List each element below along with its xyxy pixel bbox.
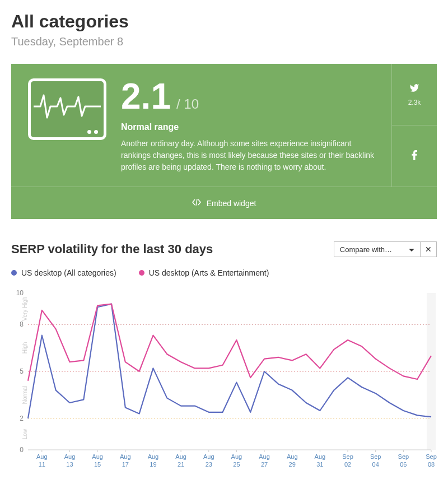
svg-text:08: 08 (428, 461, 435, 468)
sensor-score: 2.1 (121, 78, 171, 114)
compare-close-button[interactable]: ✕ (421, 242, 436, 257)
svg-text:11: 11 (39, 461, 45, 468)
page-date: Tuesday, September 8 (11, 35, 437, 48)
svg-text:Aug: Aug (259, 453, 270, 460)
svg-text:Sep: Sep (370, 453, 381, 460)
svg-text:Aug: Aug (231, 453, 242, 460)
svg-text:Aug: Aug (148, 453, 159, 460)
twitter-share-count: 2.3k (408, 99, 421, 106)
svg-text:23: 23 (206, 461, 212, 468)
close-icon: ✕ (425, 245, 432, 254)
svg-text:5: 5 (20, 367, 24, 375)
facebook-icon (412, 150, 417, 162)
svg-text:0: 0 (20, 446, 24, 454)
svg-text:13: 13 (66, 461, 73, 468)
svg-text:High: High (22, 342, 28, 354)
share-twitter-button[interactable]: 2.3k (392, 64, 437, 125)
svg-text:Aug: Aug (287, 453, 298, 460)
svg-text:02: 02 (344, 461, 351, 468)
svg-text:Sep: Sep (398, 453, 409, 460)
legend-dot-icon (11, 270, 17, 276)
svg-text:2: 2 (20, 415, 24, 422)
legend-item-series2[interactable]: US desktop (Arts & Entertainment) (139, 268, 269, 277)
compare-select[interactable]: Compare with… (334, 242, 421, 257)
embed-widget-button[interactable]: Embed widget (11, 187, 437, 219)
legend-dot-icon (139, 270, 144, 276)
embed-label: Embed widget (207, 199, 256, 208)
svg-text:25: 25 (233, 461, 240, 468)
svg-text:Aug: Aug (175, 453, 186, 460)
svg-text:29: 29 (289, 461, 296, 468)
svg-text:Aug: Aug (203, 453, 214, 460)
svg-text:27: 27 (261, 461, 268, 468)
code-icon (192, 198, 201, 208)
page-title: All categories (11, 11, 437, 32)
sensor-status: Normal range (121, 122, 375, 132)
sensor-description: Another ordinary day. Although some site… (121, 138, 375, 173)
svg-text:17: 17 (122, 461, 129, 468)
legend-label: US desktop (All categories) (21, 268, 116, 277)
legend-label: US desktop (Arts & Entertainment) (149, 268, 269, 277)
twitter-icon (409, 83, 419, 95)
svg-text:21: 21 (178, 461, 184, 468)
legend-item-series1[interactable]: US desktop (All categories) (11, 268, 116, 277)
svg-text:Aug: Aug (315, 453, 326, 460)
sensor-card: 2.1 / 10 Normal range Another ordinary d… (11, 64, 437, 219)
svg-text:Very High: Very High (22, 296, 28, 320)
volatility-chart: 025810LowNormalHighVery HighAug11Aug13Au… (11, 287, 437, 472)
svg-text:Aug: Aug (36, 453, 48, 460)
chevron-down-icon (409, 245, 414, 254)
svg-text:31: 31 (316, 461, 323, 468)
svg-text:Sep: Sep (426, 453, 437, 460)
compare-label: Compare with… (340, 245, 392, 254)
svg-text:10: 10 (16, 289, 24, 297)
chart-title: SERP volatility for the last 30 days (11, 242, 213, 257)
svg-text:04: 04 (372, 461, 379, 468)
svg-text:Aug: Aug (64, 453, 76, 460)
svg-text:06: 06 (400, 461, 407, 468)
svg-text:15: 15 (94, 461, 101, 468)
svg-text:Sep: Sep (342, 453, 353, 460)
svg-text:Aug: Aug (92, 453, 103, 460)
svg-text:Low: Low (22, 429, 28, 439)
svg-text:Aug: Aug (120, 453, 131, 460)
sensor-score-max: / 10 (176, 96, 199, 112)
svg-text:Normal: Normal (22, 386, 28, 404)
svg-text:19: 19 (150, 461, 156, 468)
share-facebook-button[interactable] (392, 125, 437, 187)
svg-text:8: 8 (20, 320, 24, 328)
monitor-icon (28, 78, 106, 173)
